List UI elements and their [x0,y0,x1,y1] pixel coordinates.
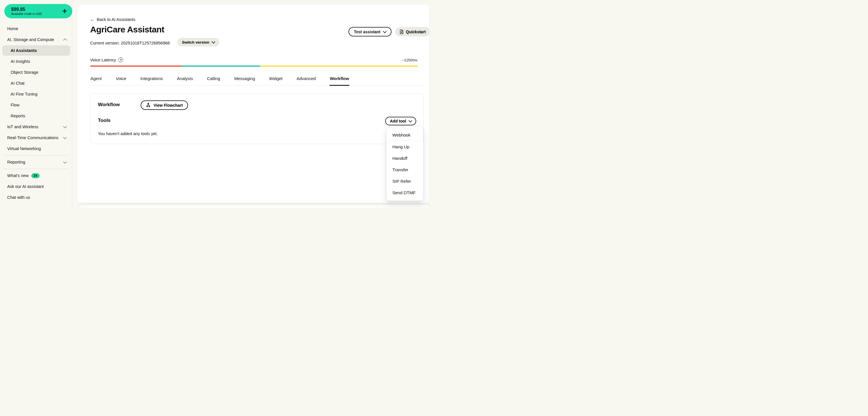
sidebar-item-real-time-communications[interactable]: Real-Time Communications [0,132,72,143]
workflow-panel: Workflow View Flowchart Tools Add tool Y… [90,94,424,144]
sidebar-item-ai-storage-compute[interactable]: AI, Storage and Compute [0,34,72,45]
tab-analysis[interactable]: Analysis [177,76,193,86]
tab-advanced[interactable]: Advanced [296,76,316,86]
switch-version-button[interactable]: Switch version [177,38,219,46]
tab-bar: Agent Voice Integrations Analysis Callin… [90,76,424,86]
sidebar-item-label: Reporting [7,160,25,164]
tab-agent[interactable]: Agent [90,76,102,86]
latency-value: ~1250ms [402,58,417,62]
sidebar-item-label: Object Storage [11,70,38,74]
sidebar-nav: Home AI, Storage and Compute AI Assistan… [0,23,72,203]
view-flowchart-button[interactable]: View Flowchart [141,100,188,110]
sidebar-divider [3,169,69,169]
chevron-down-icon [63,160,67,163]
credit-label: Available credit in USD [11,12,42,16]
sidebar-item-ai-chat[interactable]: AI Chat [0,78,72,89]
menu-item-hang-up[interactable]: Hang Up [386,141,423,152]
chevron-down-icon [63,135,67,139]
quickstart-button[interactable]: Quickstart [395,27,430,36]
view-flowchart-label: View Flowchart [154,103,183,107]
sidebar-item-label: AI Fine Tuning [11,92,38,96]
document-icon [400,30,404,34]
tab-workflow[interactable]: Workflow [330,76,349,86]
credit-amount: $99.85 [11,7,42,12]
sidebar-item-home[interactable]: Home [0,23,72,34]
chevron-down-icon [383,30,386,33]
sidebar-item-ai-insights[interactable]: AI Insights [0,56,72,67]
switch-version-label: Switch version [182,40,209,44]
add-tool-dropdown-menu: Webhook Hang Up Handoff Transfer SIP Ref… [386,127,423,201]
sidebar-item-label: What's new [7,173,29,178]
sidebar-item-label: Reports [11,114,25,118]
tools-heading: Tools [98,118,111,123]
back-arrow-icon: ← [90,18,95,22]
sidebar-item-label: AI, Storage and Compute [7,37,54,42]
current-version-text: Current version: 20251016T125726856968 [90,41,169,45]
sidebar-item-label: AI Assistants [11,48,37,53]
sidebar-item-virtual-networking[interactable]: Virtual Networking [0,143,72,154]
sidebar-item-chat-with-us[interactable]: Chat with us [0,192,72,203]
latency-bar [90,65,418,67]
sidebar-item-reporting[interactable]: Reporting [0,157,72,167]
sidebar-item-label: AI Chat [11,81,24,86]
voice-latency-label: Voice Latency ? [90,57,123,62]
menu-item-transfer[interactable]: Transfer [386,164,423,175]
sidebar-divider [3,155,69,156]
chevron-down-icon [212,40,215,43]
sidebar: $99.85 Available credit in USD + Home AI… [0,0,72,208]
add-credit-icon[interactable]: + [62,7,67,15]
test-assistant-label: Test assistant [354,30,380,34]
sidebar-item-iot-wireless[interactable]: IoT and Wireless [0,121,72,132]
sidebar-item-ai-assistants[interactable]: AI Assistants [2,45,70,56]
back-to-ai-assistants-link[interactable]: ← Back to AI Assistants [90,17,135,22]
chevron-down-icon [63,125,67,128]
sidebar-item-ai-fine-tuning[interactable]: AI Fine Tuning [0,89,72,100]
back-link-label: Back to AI Assistants [97,17,135,22]
bottom-panel-edge [80,205,429,208]
chevron-down-icon [408,119,412,123]
whats-new-count-badge: 10 [31,173,40,178]
latency-segment-high [260,65,418,67]
tab-calling[interactable]: Calling [207,76,220,86]
menu-item-sip-refer[interactable]: SIP Refer [386,175,423,187]
menu-item-send-dtmf[interactable]: Send DTMF [386,187,423,198]
chevron-up-icon [63,38,67,42]
tab-messaging[interactable]: Messaging [234,76,255,86]
sidebar-item-label: Ask our AI assistant [7,184,43,189]
workflow-heading: Workflow [98,102,120,107]
quickstart-label: Quickstart [406,30,426,34]
sidebar-item-label: IoT and Wireless [7,125,38,129]
page-title: AgriCare Assistant [90,25,164,34]
sidebar-item-label: Real-Time Communications [7,135,58,140]
sidebar-item-flow[interactable]: Flow [0,100,72,110]
flowchart-icon [146,103,151,107]
credit-balance-badge[interactable]: $99.85 Available credit in USD + [4,4,72,19]
sidebar-item-label: AI Insights [11,59,30,64]
latency-segment-low [90,65,182,67]
voice-latency-text: Voice Latency [90,58,116,62]
add-tool-button[interactable]: Add tool [385,117,416,125]
latency-segment-mid [182,65,260,67]
test-assistant-button[interactable]: Test assistant [348,27,392,36]
sidebar-item-label: Virtual Networking [7,146,41,151]
credit-info: $99.85 Available credit in USD [11,7,42,16]
sidebar-item-ask-ai-assistant[interactable]: Ask our AI assistant [0,181,72,192]
menu-item-handoff[interactable]: Handoff [386,152,423,164]
main-content-card: ← Back to AI Assistants AgriCare Assista… [77,4,429,203]
add-tool-label: Add tool [390,119,406,123]
sidebar-item-whats-new[interactable]: What's new 10 [0,170,72,181]
tab-widget[interactable]: Widget [269,76,283,86]
tab-voice[interactable]: Voice [115,76,127,86]
menu-item-webhook[interactable]: Webhook [386,129,423,140]
sidebar-item-label: Chat with us [7,195,30,200]
sidebar-item-reports[interactable]: Reports [0,110,72,121]
sidebar-item-object-storage[interactable]: Object Storage [0,67,72,78]
sidebar-item-label: Flow [11,103,20,107]
tools-empty-message: You haven't added any tools yet. [98,131,158,136]
tab-integrations[interactable]: Integrations [140,76,163,86]
help-icon[interactable]: ? [118,57,123,62]
sidebar-item-label: Home [7,26,19,31]
